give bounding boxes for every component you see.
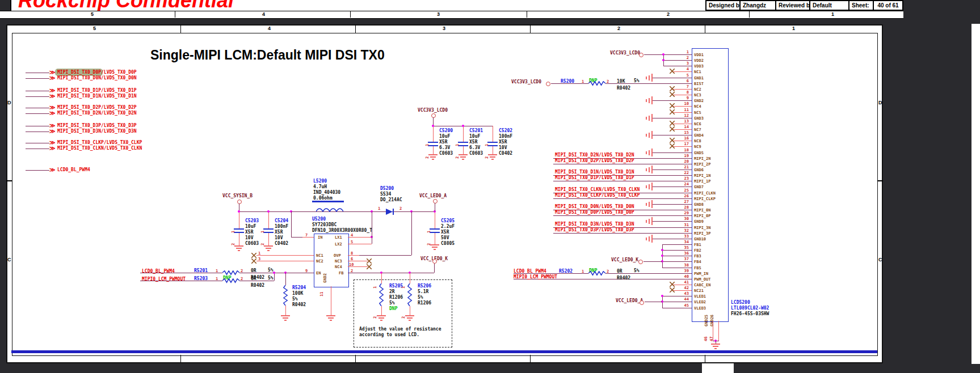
no-connect-icon[interactable]	[251, 258, 256, 264]
no-connect-icon[interactable]	[670, 126, 675, 132]
port-label[interactable]: MIPI_DSI_TX0_D1N/LVDS_TX0_D1N	[57, 94, 137, 99]
net-label[interactable]: MIPI_DSI_TX0_D3N/LVDS_TX0_D3N	[555, 222, 634, 227]
component-value[interactable]: 10uF	[439, 134, 450, 139]
component-ref[interactable]: C5200	[439, 128, 453, 134]
component-ref[interactable]: R5202	[559, 269, 573, 274]
component-value[interactable]: SS34	[380, 192, 391, 197]
component-ref[interactable]: C5201	[469, 128, 483, 134]
net-label[interactable]: MIPI_DSI_TX0_D0P/LVDS_TX0_D0P	[555, 210, 634, 215]
port-label[interactable]: MIPI_DSI_TX0_CLKN/LVDS_TX0_CLKN	[57, 146, 142, 151]
no-connect-icon[interactable]	[670, 143, 675, 149]
component-value[interactable]: 2.2uF	[441, 224, 455, 230]
net-label[interactable]: MIPI_DSI_TX0_CLKN/LVDS_TX0_CLKN	[555, 187, 640, 193]
inductor-symbol[interactable]	[316, 207, 343, 212]
diode-symbol[interactable]	[385, 208, 397, 215]
port-label[interactable]: MIPI_DSI_TX0_CLKP/LVDS_TX0_CLKP	[57, 140, 142, 146]
net-label[interactable]: MIPI_DSI_TX0_D2N/LVDS_TX0_D2N	[555, 152, 634, 158]
capacitor-pin-number: 2	[230, 243, 236, 245]
no-connect-icon[interactable]	[670, 121, 675, 126]
wire	[26, 132, 49, 132]
no-connect-icon[interactable]	[670, 109, 675, 115]
connector-pin-name: VDD1	[694, 52, 704, 58]
no-connect-icon[interactable]	[670, 69, 675, 74]
resistor-symbol[interactable]	[379, 283, 384, 306]
net-label[interactable]: MIPI_DSI_TX0_D0N/LVDS_TX0_D0N	[555, 204, 634, 210]
component-value[interactable]: 100nF	[499, 134, 512, 139]
component-ref[interactable]: C5202	[499, 128, 512, 134]
no-connect-icon[interactable]	[367, 264, 372, 269]
component-value[interactable]: 10K	[617, 79, 625, 84]
component-ref[interactable]: U5200	[312, 217, 326, 222]
connector-pin-name: GND10	[694, 236, 706, 242]
component-value[interactable]: 0R	[617, 269, 623, 274]
wire	[410, 306, 410, 315]
component-value[interactable]: 100nF	[275, 224, 288, 230]
power-net-label[interactable]: VCC3V3_LCD0	[418, 108, 448, 113]
net-label[interactable]: MIPI0_LCM_PWMOUT	[514, 274, 557, 280]
net-label[interactable]: MIPI_DSI_TX0_CLKP/LVDS_TX0_CLKP	[555, 193, 640, 198]
power-node-icon[interactable]	[432, 259, 437, 264]
component-ref[interactable]: C5205	[441, 218, 455, 224]
power-node-icon[interactable]	[638, 260, 643, 264]
net-label[interactable]: MIPI_DSI_TX0_D1N/LVDS_TX0_D1N	[555, 169, 634, 175]
component-ref[interactable]: R5204	[292, 285, 306, 291]
no-connect-icon[interactable]	[670, 138, 675, 143]
component-ref[interactable]: D5200	[380, 186, 394, 192]
resistor-symbol[interactable]	[407, 283, 413, 306]
resistor-symbol[interactable]	[222, 270, 239, 275]
port-label[interactable]: MIPI_DSI_TX0_D1P/LVDS_TX0_D1P	[57, 88, 137, 94]
zone-number: 1	[792, 26, 795, 31]
component-ref[interactable]: LCD5200	[731, 300, 750, 306]
port-label[interactable]: MIPI_DSI_TX0_D2P/LVDS_TX0_D2P	[57, 105, 137, 111]
component-ref[interactable]: R5206	[418, 283, 431, 289]
port-label[interactable]: MIPI_DSI_TX0_D2N/LVDS_TX0_D2N	[57, 111, 137, 116]
component-ref[interactable]: R5201	[194, 268, 208, 274]
power-node-icon[interactable]	[640, 300, 644, 305]
connector-pin-name: GND4	[694, 133, 704, 138]
power-net-label[interactable]: VCC_LED0_K	[611, 257, 638, 263]
port-label[interactable]: MIPI_DSI_TX0_D3P/LVDS_TX0_D3P	[57, 123, 137, 129]
capacitor-pin-number: 2	[260, 243, 266, 245]
component-ref[interactable]: C5204	[275, 218, 288, 224]
wire	[302, 237, 314, 238]
no-connect-icon[interactable]	[670, 86, 675, 91]
power-net-label[interactable]: VCC3V3_LCD0	[610, 50, 640, 56]
component-attr: DFN10_3R00X3R00X0R80_T	[312, 228, 372, 234]
resistor-symbol[interactable]	[588, 271, 605, 276]
resistor-symbol[interactable]	[222, 278, 239, 283]
port-label[interactable]: MIPI_DSI_TX0_D3N/LVDS_TX0_D3N	[57, 129, 137, 134]
power-net-label[interactable]: VCC_LED0_A	[616, 298, 643, 304]
ground-symbol	[267, 250, 270, 251]
component-ref[interactable]: R5200	[561, 79, 574, 84]
power-net-label[interactable]: VCC_SYSIN_B	[222, 193, 253, 199]
no-connect-icon[interactable]	[670, 282, 675, 287]
component-value[interactable]: 10uF	[469, 134, 480, 139]
zone-divider	[530, 24, 531, 33]
port-label[interactable]: MIPI_DSI_TX0_D0N/LVDS_TX0_D0N	[57, 75, 137, 81]
component-ref[interactable]: C5203	[245, 218, 259, 224]
net-label[interactable]: MIPI_DSI_TX0_D3P/LVDS_TX0_D3P	[555, 227, 634, 233]
no-connect-icon[interactable]	[670, 287, 675, 293]
net-label[interactable]: LCD0_BL_PWM4	[142, 269, 175, 274]
port-label[interactable]: LCD0_BL_PWM4	[57, 167, 90, 173]
no-connect-icon[interactable]	[367, 258, 372, 264]
resistor-symbol[interactable]	[283, 285, 288, 306]
component-ref[interactable]: R5203	[194, 276, 208, 282]
net-label[interactable]: MIPI0_LCM_PWMOUT	[142, 277, 186, 282]
no-connect-icon[interactable]	[251, 253, 256, 258]
net-label[interactable]: MIPI_DSI_TX0_D1P/LVDS_TX0_D1P	[555, 175, 634, 181]
net-label[interactable]: MIPI_DSI_TX0_D2P/LVDS_TX0_D2P	[555, 158, 634, 164]
component-value[interactable]: LTL089CL02-W02	[731, 306, 769, 311]
component-ref[interactable]: L5200	[313, 179, 327, 184]
no-connect-icon[interactable]	[670, 103, 675, 108]
port-label[interactable]: MIPI_DSI_TX0_D0P/LVDS_TX0_D0P	[57, 70, 137, 75]
power-node-icon[interactable]	[546, 82, 550, 86]
power-node-icon[interactable]	[639, 53, 643, 57]
power-net-label[interactable]: VCC3V3_LCD0	[511, 79, 541, 85]
component-value[interactable]: 4.7uH	[313, 184, 327, 190]
component-value[interactable]: SY7203DBC	[312, 222, 337, 228]
component-value[interactable]: 10uF	[245, 224, 256, 230]
power-net-label[interactable]: VCC_LED0_A	[419, 193, 447, 199]
resistor-symbol[interactable]	[588, 81, 605, 86]
no-connect-icon[interactable]	[670, 92, 675, 97]
